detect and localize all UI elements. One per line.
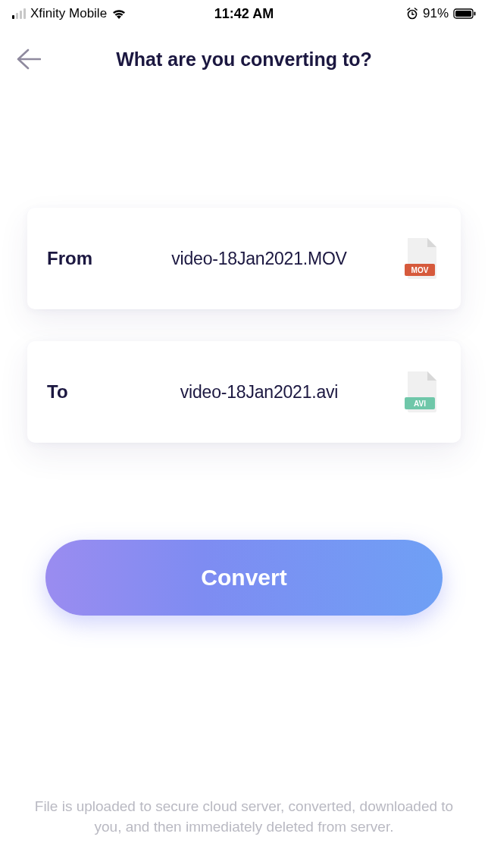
to-card[interactable]: To video-18Jan2021.avi AVI <box>27 341 461 443</box>
svg-line-4 <box>414 8 417 10</box>
footer-note: File is uploaded to secure cloud server,… <box>0 796 488 838</box>
from-label: From <box>47 248 115 269</box>
convert-button[interactable]: Convert <box>45 540 443 616</box>
svg-line-3 <box>408 8 410 10</box>
svg-rect-6 <box>455 11 471 17</box>
status-bar: Xfinity Mobile 11:42 AM 91% <box>0 0 488 26</box>
wifi-icon <box>111 8 127 20</box>
header: What are you converting to? <box>0 26 488 79</box>
status-time: 11:42 AM <box>214 6 274 22</box>
from-card[interactable]: From video-18Jan2021.MOV MOV <box>27 208 461 309</box>
alarm-icon <box>406 8 418 20</box>
page-title: What are you converting to? <box>116 49 372 71</box>
to-badge-text: AVI <box>414 400 426 408</box>
cards-container: From video-18Jan2021.MOV MOV To video-18… <box>0 79 488 443</box>
status-right: 91% <box>406 6 476 21</box>
to-file-icon: AVI <box>403 370 441 414</box>
convert-button-label: Convert <box>201 565 286 591</box>
back-button[interactable] <box>15 44 45 74</box>
cellular-signal-icon <box>12 8 26 19</box>
battery-icon <box>453 8 476 19</box>
to-filename: video-18Jan2021.avi <box>129 382 389 403</box>
status-left: Xfinity Mobile <box>12 6 127 21</box>
carrier-name: Xfinity Mobile <box>30 6 107 21</box>
from-file-icon: MOV <box>403 237 441 280</box>
battery-percentage: 91% <box>423 6 449 21</box>
from-filename: video-18Jan2021.MOV <box>129 249 389 269</box>
to-label: To <box>47 381 115 403</box>
from-badge-text: MOV <box>411 266 429 274</box>
svg-rect-7 <box>474 12 476 16</box>
back-arrow-icon <box>15 48 41 71</box>
